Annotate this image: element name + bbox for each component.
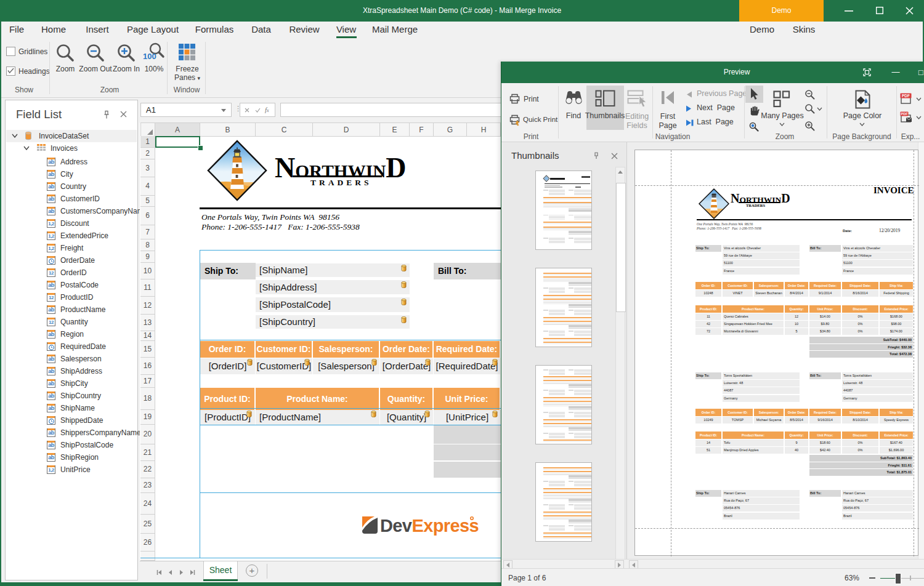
svg-text:PDF: PDF (902, 94, 910, 98)
svg-text:PDF: PDF (901, 112, 909, 116)
svg-text:DevExpress: DevExpress (380, 516, 479, 536)
